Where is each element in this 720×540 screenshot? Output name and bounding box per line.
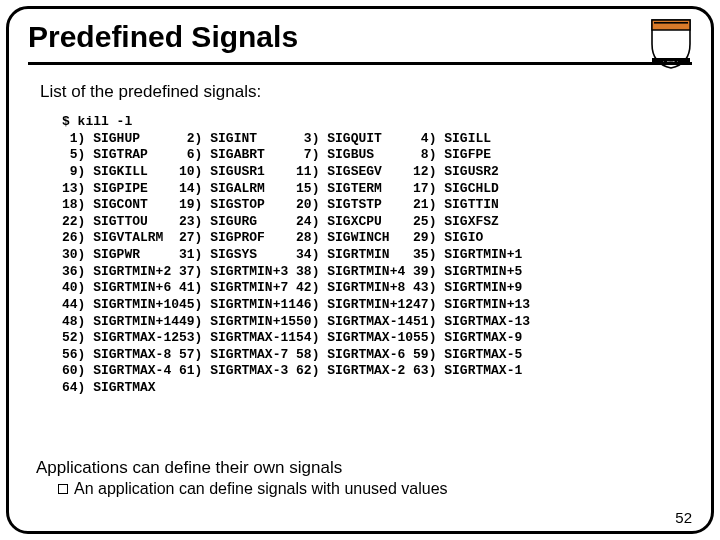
footer-line-2: An application can define signals with u…: [74, 480, 448, 497]
page-number: 52: [675, 509, 692, 526]
hollow-square-bullet-icon: [58, 484, 68, 494]
footer-section: Applications can define their own signal…: [36, 458, 448, 498]
footer-sub-bullet: An application can define signals with u…: [58, 480, 448, 498]
intro-text: List of the predefined signals:: [40, 82, 690, 102]
signal-listing: $ kill -l 1) SIGHUP 2) SIGINT 3) SIGQUIT…: [62, 114, 690, 397]
slide-title: Predefined Signals: [28, 20, 692, 54]
title-underline: [28, 62, 692, 65]
footer-line-1: Applications can define their own signal…: [36, 458, 448, 478]
